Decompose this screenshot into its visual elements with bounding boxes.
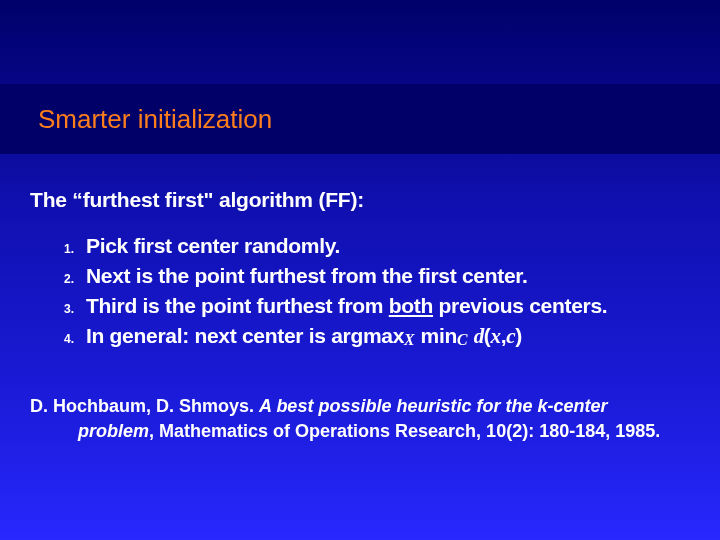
var-c: c bbox=[506, 324, 515, 348]
list-text: Next is the point furthest from the firs… bbox=[86, 264, 528, 288]
list-text: Third is the point furthest from both pr… bbox=[86, 294, 607, 318]
list-text-prefix: In general: next center is argmax bbox=[86, 324, 404, 347]
citation-authors: D. Hochbaum, D. Shmoys. bbox=[30, 396, 259, 416]
list-item: 1. Pick first center randomly. bbox=[46, 234, 690, 258]
var-x: x bbox=[491, 324, 501, 348]
numbered-list: 1. Pick first center randomly. 2. Next i… bbox=[46, 234, 690, 355]
list-text: Pick first center randomly. bbox=[86, 234, 340, 258]
var-d: d bbox=[474, 324, 484, 348]
list-item: 3. Third is the point furthest from both… bbox=[46, 294, 690, 318]
list-number: 4. bbox=[46, 332, 86, 346]
list-text-mid: min bbox=[415, 324, 457, 347]
list-text: In general: next center is argmaxX minC … bbox=[86, 324, 522, 349]
list-number: 3. bbox=[46, 302, 86, 316]
citation: D. Hochbaum, D. Shmoys. A best possible … bbox=[30, 395, 690, 444]
list-item: 4. In general: next center is argmaxX mi… bbox=[46, 324, 690, 349]
slide-subtitle: The “furthest first" algorithm (FF): bbox=[30, 188, 364, 212]
list-number: 1. bbox=[46, 242, 86, 256]
citation-title-line1: A best possible heuristic for the k-cent… bbox=[259, 396, 607, 416]
citation-rest: , Mathematics of Operations Research, 10… bbox=[149, 421, 660, 441]
citation-title-line2: problem bbox=[78, 421, 149, 441]
list-number: 2. bbox=[46, 272, 86, 286]
slide: Smarter initialization The “furthest fir… bbox=[0, 0, 720, 540]
paren-close: ) bbox=[515, 324, 522, 347]
subscript-c: C bbox=[457, 331, 468, 348]
subscript-x: X bbox=[404, 331, 415, 348]
list-item: 2. Next is the point furthest from the f… bbox=[46, 264, 690, 288]
list-text-prefix: Third is the point furthest from bbox=[86, 294, 389, 317]
citation-line2: problem, Mathematics of Operations Resea… bbox=[30, 420, 690, 443]
list-text-underlined: both bbox=[389, 294, 433, 317]
list-text-suffix: previous centers. bbox=[433, 294, 607, 317]
slide-title: Smarter initialization bbox=[38, 104, 272, 135]
paren-open: ( bbox=[484, 324, 491, 347]
